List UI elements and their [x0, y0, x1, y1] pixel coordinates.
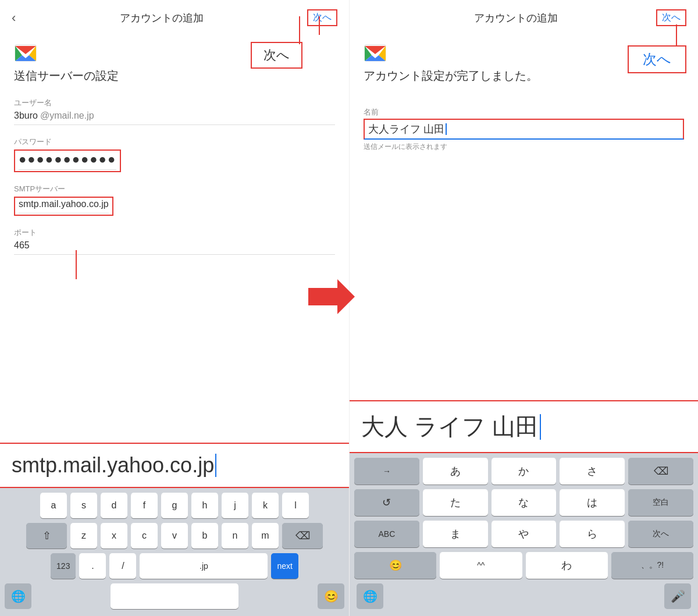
key-j[interactable]: j	[222, 493, 248, 518]
space-dotjp[interactable]: .jp	[140, 553, 268, 579]
jp-space-key[interactable]: 空白	[628, 489, 693, 516]
jp-key-ta[interactable]: た	[423, 489, 488, 516]
num-key[interactable]: 123	[51, 553, 76, 579]
username-row[interactable]: 3buro @ymail.ne.jp	[14, 111, 335, 125]
right-next-button[interactable]: 次へ	[656, 9, 686, 26]
password-field[interactable]: ●●●●●●●●●●●	[19, 152, 116, 170]
keyboard-row-3: 123 . / .jp next	[2, 553, 347, 579]
password-field-group: パスワード ●●●●●●●●●●●	[14, 137, 335, 172]
key-s[interactable]: s	[70, 493, 97, 518]
name-field-group: 名前 大人ライフ 山田 送信メールに表示されます	[364, 107, 684, 152]
port-field: 465	[14, 240, 335, 255]
key-v[interactable]: v	[161, 523, 188, 549]
key-l[interactable]: l	[282, 493, 309, 518]
key-slash[interactable]: /	[109, 553, 136, 579]
key-h[interactable]: h	[191, 493, 218, 518]
keyboard-bottom-row: 🌐 😊	[2, 583, 347, 609]
jp-key-emoji[interactable]: 😊	[354, 552, 436, 579]
jp-key-ya[interactable]: や	[492, 521, 557, 547]
key-m[interactable]: m	[252, 523, 279, 549]
jp-key-ka[interactable]: か	[492, 458, 557, 485]
name-cursor	[446, 123, 447, 135]
jp-key-ha[interactable]: は	[560, 489, 625, 516]
smtp-annot-line	[76, 250, 77, 279]
keyboard-row-1: a s d f g h j k l	[2, 493, 347, 518]
right-gmail-m-icon	[364, 40, 387, 63]
gmail-m-icon	[14, 40, 37, 63]
qwerty-keyboard[interactable]: a s d f g h j k l ⇧ z x c v b n m ⌫ 123 …	[0, 488, 349, 616]
password-label: パスワード	[14, 137, 335, 147]
port-label: ポート	[14, 227, 335, 238]
back-button[interactable]: ‹	[12, 10, 16, 26]
jp-row-2: ↺ た な は 空白	[352, 489, 696, 516]
large-name-text: 大人 ライフ 山田	[361, 411, 539, 443]
right-annot-line-v	[676, 24, 677, 48]
text-cursor	[215, 454, 216, 477]
name-value: 大人ライフ 山田	[368, 122, 444, 136]
key-a[interactable]: a	[40, 493, 67, 518]
key-k[interactable]: k	[252, 493, 279, 518]
key-c[interactable]: c	[131, 523, 158, 549]
smtp-field[interactable]: smtp.mail.yahoo.co.jp	[19, 199, 109, 213]
name-display-cursor	[540, 414, 541, 440]
jp-key-ra[interactable]: ら	[560, 521, 625, 547]
key-n[interactable]: n	[222, 523, 248, 549]
smtp-field-group: SMTPサーバー smtp.mail.yahoo.co.jp	[14, 184, 335, 216]
jp-key-na[interactable]: な	[492, 489, 557, 516]
key-g[interactable]: g	[161, 493, 188, 518]
large-smtp-text: smtp.mail.yahoo.co.jp	[12, 453, 214, 478]
name-label: 名前	[364, 107, 684, 117]
key-b[interactable]: b	[191, 523, 218, 549]
key-x[interactable]: x	[101, 523, 127, 549]
right-nav-bar: アカウントの追加 次へ	[350, 0, 698, 31]
jp-key-undo[interactable]: ↺	[354, 489, 419, 516]
left-phone-panel: ‹ アカウントの追加 次へ 次へ 送信サーバーの設定 ユ	[0, 0, 349, 616]
shift-key[interactable]: ⇧	[26, 523, 67, 549]
next-key[interactable]: next	[271, 553, 298, 579]
next-annotation-box: 次へ	[251, 42, 302, 69]
jp-key-caret[interactable]: ^^	[440, 552, 522, 579]
jp-key-wa[interactable]: わ	[526, 552, 608, 579]
jp-row-3: ABC ま や ら 次へ	[352, 521, 696, 547]
key-d[interactable]: d	[101, 493, 127, 518]
username-prefix: 3buro	[14, 111, 38, 121]
jp-next-key[interactable]: 次へ	[628, 521, 693, 547]
port-field-group: ポート 465	[14, 227, 335, 255]
left-nav-title: アカウントの追加	[120, 11, 204, 25]
emoji-key[interactable]: 😊	[318, 583, 344, 609]
send-mail-label: 送信メールに表示されます	[364, 142, 684, 152]
annot-arrow-v	[299, 16, 300, 44]
jp-key-punct[interactable]: 、。?!	[611, 552, 693, 579]
right-phone-panel: アカウントの追加 次へ 次へ アカウント設定が完了しました。 名前 大人ライフ …	[349, 0, 698, 616]
jp-key-a[interactable]: あ	[423, 458, 488, 485]
key-f[interactable]: f	[131, 493, 158, 518]
large-smtp-display: smtp.mail.yahoo.co.jp	[0, 443, 349, 488]
left-content: 送信サーバーの設定 ユーザー名 3buro @ymail.ne.jp パスワード…	[0, 31, 349, 443]
jp-row-4: 😊 ^^ わ 、。?!	[352, 552, 696, 579]
jp-row-1: → あ か さ ⌫	[352, 458, 696, 485]
username-field-group: ユーザー名 3buro @ymail.ne.jp	[14, 98, 335, 125]
right-nav-title: アカウントの追加	[474, 11, 558, 25]
key-z[interactable]: z	[70, 523, 97, 549]
keyboard-row-2: ⇧ z x c v b n m ⌫	[2, 523, 347, 549]
jp-mic-key[interactable]: 🎤	[664, 583, 691, 609]
left-next-button[interactable]: 次へ	[307, 9, 337, 26]
smtp-label: SMTPサーバー	[14, 184, 335, 194]
name-input[interactable]: 大人ライフ 山田	[364, 119, 684, 140]
jp-key-arrow[interactable]: →	[354, 458, 419, 485]
jp-keyboard-bottom: 🌐 🎤	[352, 583, 696, 609]
username-suffix: @ymail.ne.jp	[40, 111, 94, 121]
jp-key-abc[interactable]: ABC	[354, 521, 419, 547]
globe-key[interactable]: 🌐	[5, 583, 31, 609]
delete-key[interactable]: ⌫	[282, 523, 323, 549]
jp-key-ma[interactable]: ま	[423, 521, 488, 547]
left-nav-bar: ‹ アカウントの追加 次へ	[0, 0, 349, 31]
jp-delete-key[interactable]: ⌫	[628, 458, 693, 485]
large-name-display: 大人 ライフ 山田	[350, 400, 698, 453]
jp-keyboard[interactable]: → あ か さ ⌫ ↺ た な は 空白 ABC ま や ら 次へ 😊 ^^ わ…	[350, 453, 698, 616]
jp-key-sa[interactable]: さ	[560, 458, 625, 485]
key-dot[interactable]: .	[79, 553, 106, 579]
jp-globe-key[interactable]: 🌐	[357, 583, 383, 609]
username-label: ユーザー名	[14, 98, 335, 108]
space-key[interactable]	[111, 583, 238, 609]
